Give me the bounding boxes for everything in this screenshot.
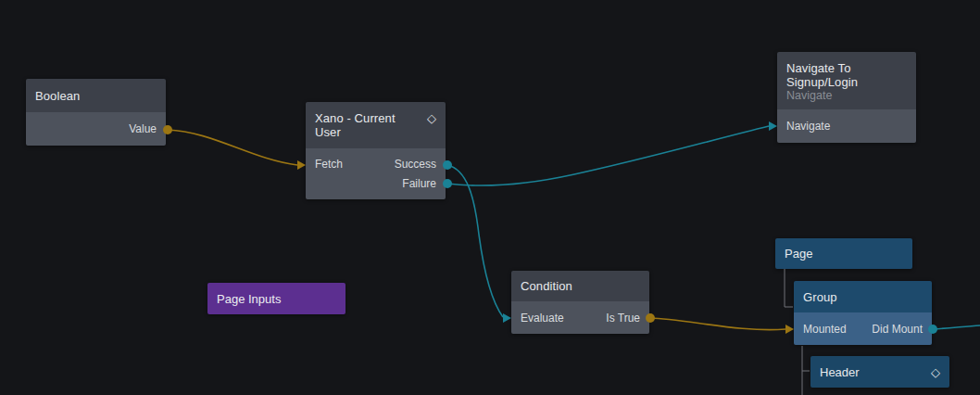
- node-navigate-to-signup-login[interactable]: Navigate To Signup/Login Navigate Naviga…: [777, 52, 916, 143]
- port-evaluate-input[interactable]: Evaluate: [521, 312, 564, 325]
- node-xano-body: Fetch Success Failure: [306, 148, 446, 199]
- node-navigate-header: Navigate To Signup/Login Navigate: [777, 52, 916, 109]
- port-did-mount-output[interactable]: Did Mount: [872, 323, 923, 336]
- wire-3-arrowhead: [785, 325, 794, 334]
- node-title: Group: [803, 290, 923, 304]
- node-page-inputs[interactable]: Page Inputs: [207, 283, 346, 314]
- node-boolean[interactable]: Boolean Value: [26, 79, 166, 146]
- port-value-output[interactable]: Value: [129, 122, 157, 135]
- node-condition-body: Evaluate Is True: [511, 301, 649, 334]
- wire-3[interactable]: [650, 318, 785, 330]
- node-boolean-body: Value: [26, 112, 166, 146]
- diamond-icon: ◇: [427, 111, 436, 125]
- tree-connector-1: [802, 346, 810, 395]
- port-mounted-input[interactable]: Mounted: [803, 323, 847, 336]
- wire-0[interactable]: [168, 130, 297, 165]
- port-fetch-input[interactable]: Fetch: [315, 158, 343, 171]
- port-success-output[interactable]: Success: [395, 158, 436, 171]
- node-condition[interactable]: Condition Evaluate Is True: [511, 271, 649, 334]
- node-xano-current-user[interactable]: Xano - Current User ◇ Fetch Success Fail…: [306, 102, 446, 199]
- port-is-true-output[interactable]: Is True: [606, 312, 640, 325]
- wire-1-arrowhead: [503, 313, 511, 323]
- node-title: Page Inputs: [217, 292, 281, 306]
- node-title: Page: [785, 247, 812, 261]
- node-navigate-body: Navigate: [777, 109, 916, 143]
- node-title: Boolean: [35, 89, 157, 103]
- wire-2-arrowhead: [769, 121, 777, 131]
- node-title: Header: [820, 365, 925, 379]
- node-title: Xano - Current User: [315, 111, 421, 139]
- node-boolean-header: Boolean: [26, 79, 166, 112]
- wire-1[interactable]: [447, 165, 503, 317]
- node-group[interactable]: Group Mounted Did Mount: [794, 281, 932, 345]
- node-header-element[interactable]: Header ◇: [810, 356, 949, 388]
- wire-0-arrowhead: [297, 160, 306, 170]
- diamond-icon: ◇: [931, 365, 940, 379]
- port-failure-output[interactable]: Failure: [402, 177, 436, 190]
- node-subtitle: Navigate: [786, 89, 907, 103]
- node-condition-header: Condition: [511, 271, 649, 301]
- node-group-header: Group: [794, 281, 932, 312]
- node-title: Navigate To Signup/Login: [786, 61, 907, 89]
- node-xano-header: Xano - Current User ◇: [306, 102, 446, 148]
- port-navigate-input[interactable]: Navigate: [786, 120, 830, 133]
- wire-2[interactable]: [447, 126, 769, 185]
- node-group-body: Mounted Did Mount: [794, 312, 932, 345]
- node-page[interactable]: Page: [775, 238, 912, 269]
- tree-connector-0: [785, 269, 793, 307]
- node-title: Condition: [521, 279, 640, 293]
- wire-4[interactable]: [933, 325, 980, 329]
- node-graph-canvas[interactable]: Boolean Value Xano - Current User ◇ Fetc…: [0, 0, 980, 395]
